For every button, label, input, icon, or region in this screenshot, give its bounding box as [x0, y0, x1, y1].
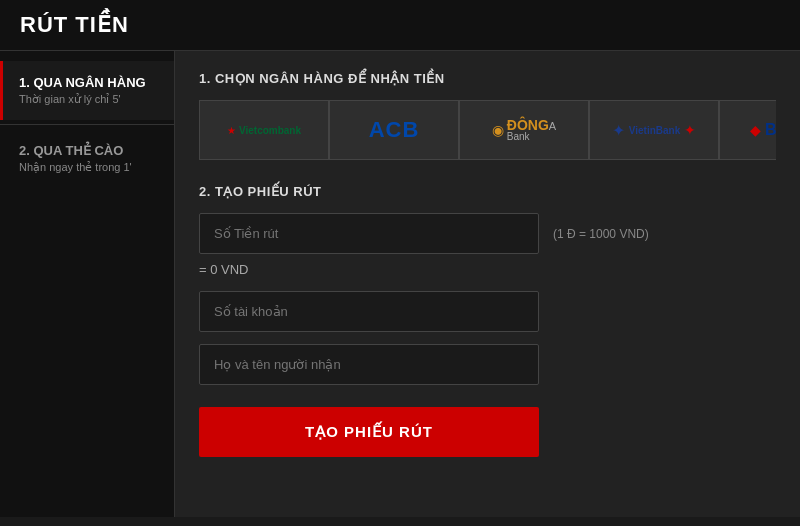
bank-card-donga[interactable]: ◉ ĐÔNGA Bank: [459, 100, 589, 160]
vietinbank-text: VietinBank: [629, 125, 681, 136]
main-layout: 1. QUA NGÂN HÀNG Thời gian xử lý chỉ 5' …: [0, 51, 800, 517]
vc-star-icon: ★: [227, 125, 236, 136]
vietinbank-icon: ✦: [612, 121, 625, 140]
sidebar-card-subtitle: Nhận ngay thẻ trong 1': [19, 161, 158, 174]
page-title: RÚT TIỀN: [20, 12, 129, 37]
bank-card-bidv[interactable]: ◆ BIDV ◆: [719, 100, 776, 160]
section2-label: 2. TẠO PHIẾU RÚT: [199, 184, 776, 199]
bank-card-vietcombank[interactable]: ★ Vietcombank: [199, 100, 329, 160]
sidebar-divider: [0, 124, 174, 125]
donga-circle-icon: ◉: [492, 123, 504, 137]
form-section: 2. TẠO PHIẾU RÚT (1 Đ = 1000 VND) = 0 VN…: [199, 184, 776, 457]
sidebar-item-bank[interactable]: 1. QUA NGÂN HÀNG Thời gian xử lý chỉ 5': [0, 61, 174, 120]
donga-main-text: ĐÔNGA: [507, 118, 556, 132]
vietinbank-icon2: ✦: [684, 122, 696, 138]
vietinbank-logo: ✦ VietinBank ✦: [590, 101, 718, 159]
amount-vnd-display: = 0 VND: [199, 262, 776, 277]
acb-logo: ACB: [330, 101, 458, 159]
donga-text-block: ◉ ĐÔNGA Bank: [492, 118, 556, 142]
section1-label: 1. CHỌN NGÂN HÀNG ĐỂ NHẬN TIỀN: [199, 71, 776, 86]
vietcombank-text: Vietcombank: [239, 125, 301, 136]
account-row: [199, 291, 776, 332]
sidebar: 1. QUA NGÂN HÀNG Thời gian xử lý chỉ 5' …: [0, 51, 175, 517]
main-content: 1. CHỌN NGÂN HÀNG ĐỂ NHẬN TIỀN ★ Vietcom…: [175, 51, 800, 517]
donga-logo: ◉ ĐÔNGA Bank: [460, 101, 588, 159]
acb-text: ACB: [369, 117, 420, 143]
sidebar-bank-subtitle: Thời gian xử lý chỉ 5': [19, 93, 158, 106]
submit-button[interactable]: TẠO PHIẾU RÚT: [199, 407, 539, 457]
donga-bank-text: Bank: [507, 132, 556, 142]
bidv-text: BIDV: [765, 121, 776, 139]
sidebar-bank-title: 1. QUA NGÂN HÀNG: [19, 75, 158, 90]
account-input[interactable]: [199, 291, 539, 332]
vietcombank-logo: ★ Vietcombank: [200, 101, 328, 159]
header: RÚT TIỀN: [0, 0, 800, 51]
bidv-diamond-icon: ◆: [750, 122, 761, 138]
bank-card-vietinbank[interactable]: ✦ VietinBank ✦: [589, 100, 719, 160]
amount-row: (1 Đ = 1000 VND): [199, 213, 776, 254]
amount-input[interactable]: [199, 213, 539, 254]
vietinbank-inner: ✦ VietinBank ✦: [612, 121, 697, 140]
bank-card-acb[interactable]: ACB: [329, 100, 459, 160]
bidv-logo: ◆ BIDV ◆: [720, 101, 776, 159]
amount-hint: (1 Đ = 1000 VND): [553, 227, 649, 241]
name-input[interactable]: [199, 344, 539, 385]
donga-name-block: ĐÔNGA Bank: [507, 118, 556, 142]
sidebar-item-card[interactable]: 2. QUA THẺ CÀO Nhận ngay thẻ trong 1': [0, 129, 174, 188]
bank-list: ★ Vietcombank ACB ◉: [199, 100, 776, 160]
name-row: [199, 344, 776, 385]
vietcombank-logo-inner: ★ Vietcombank: [227, 125, 301, 136]
bidv-inner: ◆ BIDV ◆: [750, 121, 776, 139]
sidebar-card-title: 2. QUA THẺ CÀO: [19, 143, 158, 158]
